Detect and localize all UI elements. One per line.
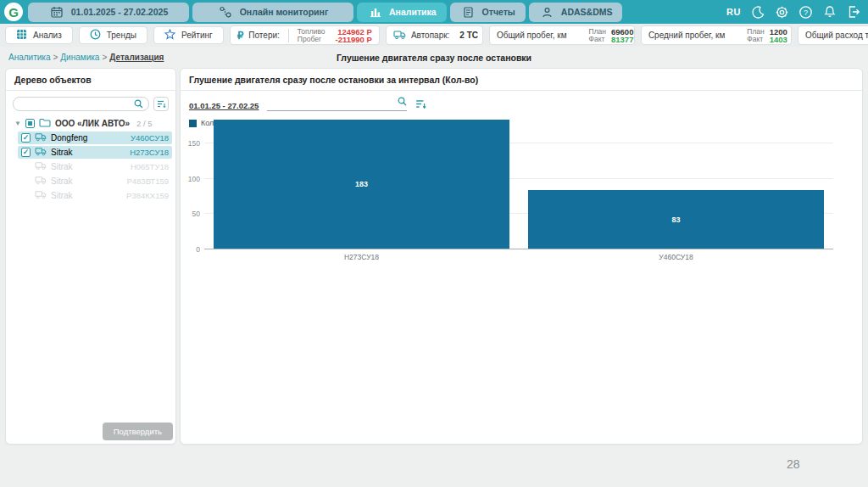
chart-title: Глушение двигателя сразу после остановки… (181, 69, 862, 91)
tab-analytics[interactable]: Аналитика (357, 3, 447, 22)
analysis-button[interactable]: Анализ (5, 26, 73, 44)
chart-filter-icon[interactable] (415, 98, 426, 113)
tree-item-sitrak-3[interactable]: Sitrak Р483ВТ159 (18, 175, 172, 188)
bar-Н273СУ18[interactable]: 183 (214, 120, 509, 249)
legend-swatch (189, 120, 197, 127)
tree-item-dongfeng[interactable]: ✓ Dongfeng У460СУ18 (18, 132, 172, 144)
vehicle-name: Dongfeng (51, 133, 87, 143)
tab-label: Аналитика (389, 7, 437, 17)
metric-label: Общий пробег, км (497, 31, 567, 40)
trends-button[interactable]: Тренды (79, 26, 147, 44)
metric-total-mileage: Общий пробег, км ПланФакт 6960081377 (489, 25, 635, 45)
clock-icon (90, 29, 101, 42)
truck-icon (35, 132, 47, 143)
date-range-label: 01.01.2025 - 27.02.2025 (71, 7, 168, 17)
tree-search-input[interactable] (13, 97, 149, 111)
star-icon (164, 29, 175, 42)
search-icon (134, 97, 143, 112)
chart-date-link[interactable]: 01.01.25 - 27.02.25 (189, 101, 259, 110)
x-axis-label: Н273СУ18 (344, 253, 379, 261)
analysis-label: Анализ (33, 31, 62, 40)
settings-gear-icon[interactable] (774, 4, 790, 20)
calendar-icon (49, 4, 65, 20)
truck-icon (35, 190, 47, 201)
tree-filter-button[interactable] (153, 97, 169, 111)
bar-value-label: 183 (214, 180, 509, 188)
tree-search-field[interactable] (19, 100, 134, 109)
rating-button[interactable]: Рейтинг (153, 26, 224, 44)
bar-У460СУ18[interactable]: 83 (528, 190, 824, 249)
object-tree: ▼ ООО «ЛИК АВТО» 2 / 5 ✓ Dongfeng У460СУ… (6, 117, 175, 202)
tab-label: Отчеты (482, 7, 515, 17)
chart-search-input[interactable] (267, 99, 407, 111)
tab-reports[interactable]: Отчеты (450, 3, 526, 22)
page-title: Глушение двигателя сразу после остановки (0, 53, 868, 63)
vehicle-plate: Р384КХ159 (126, 191, 169, 200)
tab-online-monitoring[interactable]: Онлайн мониторинг (192, 3, 353, 22)
truck-icon (35, 147, 47, 158)
vehicle-name: Sitrak (51, 162, 73, 171)
fleet-label: Автопарк: (411, 31, 449, 40)
ruble-icon: ₽ (237, 30, 244, 42)
date-range-picker[interactable]: 01.01.2025 - 27.02.2025 (28, 3, 189, 22)
metric-fact-value: 1403 (770, 36, 787, 43)
analytics-toolbar: Анализ Тренды Рейтинг ₽ Потери: Топливо … (0, 24, 868, 47)
person-icon (539, 4, 555, 20)
caret-down-icon[interactable]: ▼ (14, 120, 21, 127)
filter-icon (157, 97, 166, 112)
losses-mileage-label: Пробег (298, 36, 326, 43)
trends-label: Тренды (107, 31, 136, 40)
losses-card: ₽ Потери: Топливо Пробег 124962 Р -21199… (230, 25, 380, 45)
help-icon[interactable]: ? (798, 4, 814, 20)
app-logo[interactable]: G (4, 3, 23, 21)
rating-label: Рейтинг (181, 31, 213, 40)
tree-item-sitrak-2[interactable]: Sitrak Н065ТУ18 (18, 160, 172, 173)
route-icon (218, 4, 234, 20)
vehicle-plate: У460СУ18 (131, 133, 169, 143)
notifications-bell-icon[interactable] (821, 4, 837, 20)
page-number: 28 (787, 457, 800, 471)
vehicle-name: Sitrak (51, 176, 73, 186)
chart-panel: Глушение двигателя сразу после остановки… (180, 68, 863, 445)
tree-panel-title: Дерево объектов (6, 69, 175, 91)
svg-text:?: ? (804, 8, 808, 16)
losses-mileage-value: -211990 Р (336, 36, 372, 43)
folder-icon (39, 118, 51, 129)
logout-icon[interactable] (845, 4, 861, 20)
item-checkbox-checked[interactable]: ✓ (21, 133, 31, 143)
truck-icon (393, 30, 406, 42)
search-icon (398, 94, 407, 109)
dark-mode-icon[interactable] (750, 4, 766, 20)
confirm-button[interactable]: Подтвердить (103, 423, 173, 440)
bar-chart-icon (367, 4, 383, 20)
chart-plot: 050100150183Н273СУ1883У460СУ18 (204, 115, 833, 249)
object-tree-panel: Дерево объектов ▼ ООО «ЛИК АВТО» 2 / 5 ✓ (5, 68, 176, 445)
fact-label: Факт (747, 36, 765, 43)
tree-item-sitrak-4[interactable]: Sitrak Р384КХ159 (18, 189, 172, 202)
root-checkbox[interactable] (25, 119, 35, 128)
metric-total-fuel: Общий расход топлива, л ПланФакт 2296828… (798, 25, 868, 45)
tab-adas-dms[interactable]: ADAS&DMS (529, 3, 623, 22)
vehicle-plate: Н065ТУ18 (131, 162, 169, 171)
vehicle-plate: Р483ВТ159 (126, 176, 169, 186)
losses-label: Потери: (248, 31, 279, 40)
gridline (204, 249, 833, 249)
tree-root-count: 2 / 5 (136, 119, 153, 128)
bar-value-label: 83 (528, 216, 824, 224)
breadcrumb-strip: Аналитика>Динамика>Детализация Глушение … (0, 47, 868, 68)
truck-icon (35, 161, 47, 172)
y-axis-tick: 0 (196, 245, 200, 254)
item-checkbox-checked[interactable]: ✓ (21, 148, 31, 157)
x-axis-label: У460СУ18 (659, 253, 693, 261)
analysis-grid-icon (16, 29, 27, 42)
truck-icon (35, 176, 47, 187)
metric-label: Общий расход топлива, л (805, 31, 868, 40)
fact-label: Факт (589, 36, 607, 43)
vehicle-name: Sitrak (51, 148, 73, 157)
fleet-card: Автопарк: 2 ТС (386, 25, 483, 45)
tree-root-row[interactable]: ▼ ООО «ЛИК АВТО» 2 / 5 (11, 117, 172, 130)
tree-root-name: ООО «ЛИК АВТО» (55, 119, 130, 128)
metric-avg-mileage: Средний пробег, км ПланФакт 12001403 (641, 25, 792, 45)
language-selector[interactable]: RU (726, 7, 741, 17)
tree-item-sitrak-1[interactable]: ✓ Sitrak Н273СУ18 (18, 146, 172, 159)
